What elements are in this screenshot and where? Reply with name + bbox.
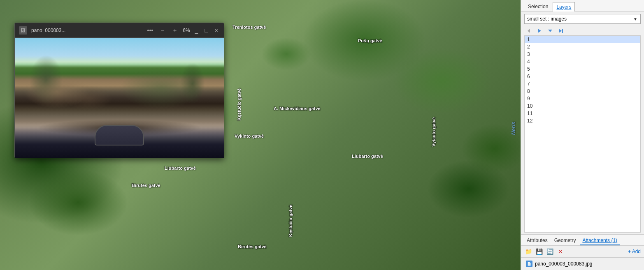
list-item-9[interactable]: 9 — [525, 95, 640, 102]
viewer-maximize-button[interactable]: □ — [203, 26, 209, 35]
svg-marker-109 — [548, 30, 552, 32]
viewer-more-button[interactable]: ••• — [145, 26, 155, 35]
viewer-titlebar: 🖼 pano_000003... ••• － ＋ 6% _ □ × — [15, 23, 224, 38]
viewer-controls[interactable]: ••• － ＋ 6% _ □ × — [145, 26, 220, 35]
dataset-dropdown[interactable]: small set : images large set : images te… — [524, 14, 641, 24]
viewer-zoom-in-button[interactable]: ＋ — [170, 26, 179, 35]
viewer-content — [15, 38, 224, 158]
attachment-filename: pano_000003_000083.jpg — [535, 261, 592, 267]
viewer-title: pano_000003... — [31, 28, 141, 33]
list-item-1[interactable]: 1 — [525, 36, 640, 43]
viewer-close-button[interactable]: × — [213, 26, 220, 35]
nav-play-button[interactable] — [535, 27, 544, 35]
svg-rect-110 — [562, 29, 563, 33]
bottom-tabs: Attributes Geometry Attachments (1) — [521, 234, 644, 246]
list-item-8[interactable]: 8 — [525, 88, 640, 95]
list-item-7[interactable]: 7 — [525, 80, 640, 88]
list-item-6[interactable]: 6 — [525, 73, 640, 80]
map-container[interactable]: Treniotos gatvė Pušų gatvė Kęstučio gatv… — [0, 0, 521, 270]
viewer-image-icon: 🖼 — [19, 26, 27, 35]
list-item-3[interactable]: 3 — [525, 51, 640, 58]
viewer-zoom-level: 6% — [183, 28, 190, 33]
tab-attributes[interactable]: Attributes — [524, 236, 550, 245]
nav-next-button[interactable] — [556, 27, 565, 35]
tab-geometry[interactable]: Geometry — [552, 236, 579, 245]
dataset-select[interactable]: small set : images large set : images te… — [524, 14, 641, 24]
viewer-zoom-out-button[interactable]: － — [158, 26, 167, 35]
list-item-2[interactable]: 2 — [525, 43, 640, 51]
tab-attachments[interactable]: Attachments (1) — [580, 236, 620, 245]
refresh-icon[interactable]: 🔄 — [546, 247, 554, 256]
nav-prev-button[interactable] — [524, 27, 533, 35]
viewer-minimize-button[interactable]: _ — [193, 26, 200, 35]
svg-marker-111 — [559, 29, 562, 33]
list-item-4[interactable]: 4 — [525, 58, 640, 65]
list-item-12[interactable]: 12 — [525, 117, 640, 125]
list-item-10[interactable]: 10 — [525, 102, 640, 110]
nav-dropdown-button[interactable] — [546, 27, 555, 35]
panorama-image — [15, 38, 224, 158]
save-icon[interactable]: 💾 — [535, 247, 543, 256]
attachments-list: 📄 pano_000003_000083.jpg — [521, 258, 644, 270]
image-viewer: 🖼 pano_000003... ••• － ＋ 6% _ □ × — [14, 23, 224, 158]
right-panel: Selection Layers small set : images larg… — [521, 0, 644, 270]
file-icon: 📄 — [526, 261, 532, 267]
list-item-5[interactable]: 5 — [525, 65, 640, 73]
attach-toolbar: 📁 💾 🔄 ✕ + Add — [521, 246, 644, 258]
delete-icon[interactable]: ✕ — [556, 247, 565, 256]
panel-tabs: Selection Layers — [521, 0, 644, 12]
tab-layers[interactable]: Layers — [553, 2, 575, 12]
tab-selection[interactable]: Selection — [524, 2, 552, 11]
svg-marker-108 — [538, 29, 541, 33]
add-button[interactable]: + Add — [628, 249, 641, 254]
svg-marker-107 — [528, 29, 530, 33]
pano-vehicle — [95, 125, 144, 145]
folder-icon[interactable]: 📁 — [524, 247, 532, 256]
nav-controls — [521, 26, 644, 35]
attachment-item-1[interactable]: 📄 pano_000003_000083.jpg — [524, 259, 641, 268]
items-list[interactable]: 1 2 3 4 5 6 7 8 9 10 11 12 — [524, 35, 641, 233]
list-item-11[interactable]: 11 — [525, 110, 640, 117]
